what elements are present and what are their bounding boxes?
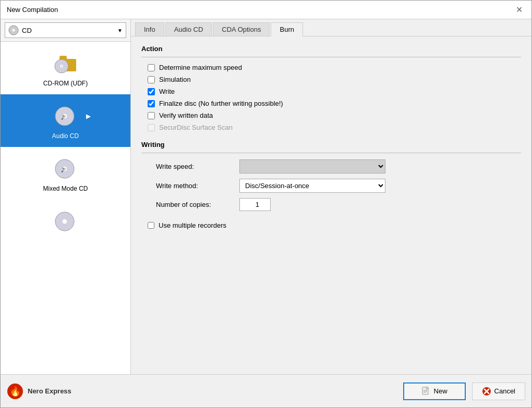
verify-written-data-label: Verify written data (159, 112, 213, 119)
svg-point-16 (62, 219, 67, 224)
title-bar: New Compilation ✕ (1, 1, 531, 19)
app-name: Nero Express (28, 387, 71, 395)
cd-rom-udf-label: CD-ROM (UDF) (43, 80, 88, 87)
multi-recorder-checkbox[interactable] (148, 222, 154, 229)
verify-written-data-checkbox[interactable] (148, 112, 155, 119)
svg-text:♪: ♪ (61, 164, 65, 175)
write-checkbox[interactable] (148, 88, 155, 95)
audio-cd-label: Audio CD (52, 132, 79, 140)
write-speed-select[interactable] (239, 159, 385, 174)
mixed-mode-cd-label: Mixed Mode CD (43, 185, 88, 192)
simulation-checkbox[interactable] (148, 76, 155, 83)
svg-text:🔥: 🔥 (9, 386, 21, 397)
new-button[interactable]: New (403, 382, 466, 400)
cancel-button[interactable]: Cancel (472, 382, 525, 400)
cd-type-dropdown[interactable]: CD ▼ (5, 22, 126, 38)
write-speed-label: Write speed: (156, 163, 239, 170)
audio-cd-icon-container: ♪ ▶ (50, 102, 81, 130)
item4-icon (50, 207, 81, 236)
write-speed-control (239, 159, 385, 174)
dialog-body: CD ▼ (1, 19, 531, 374)
finalize-disc-checkbox[interactable] (148, 100, 155, 107)
tab-info[interactable]: Info (135, 22, 164, 36)
new-compilation-dialog: New Compilation ✕ CD ▼ (0, 0, 532, 408)
action-divider (141, 57, 521, 57)
mixed-mode-cd-icon: ♪ (50, 154, 81, 183)
cd-dropdown-label: CD (22, 27, 32, 34)
multi-recorder-row: Use multiple recorders (141, 221, 521, 229)
cd-rom-udf-icon (50, 49, 81, 78)
determine-max-speed-row: Determine maximum speed (141, 64, 521, 71)
action-section-title: Action (141, 45, 521, 53)
footer-left: 🔥 Nero Express (7, 383, 132, 400)
left-panel: CD ▼ (1, 19, 131, 374)
copies-label: Number of copies: (156, 201, 239, 208)
simulation-label: Simulation (159, 76, 191, 83)
write-row: Write (141, 88, 521, 95)
list-item-4[interactable] (1, 200, 130, 243)
write-method-label: Write method: (156, 182, 239, 190)
writing-section: Writing Write speed: Write method: (141, 141, 521, 229)
tab-burn[interactable]: Burn (271, 22, 303, 36)
copies-control (239, 198, 385, 211)
write-method-control: Disc/Session-at-once Track-at-once Raw (239, 179, 385, 193)
list-item-cd-rom-udf[interactable]: CD-ROM (UDF) (1, 42, 130, 94)
write-method-select[interactable]: Disc/Session-at-once Track-at-once Raw (239, 179, 385, 193)
write-speed-row: Write speed: (141, 159, 521, 174)
svg-rect-20 (426, 387, 428, 389)
securedisc-row: SecurDisc Surface Scan (141, 123, 521, 131)
cancel-button-icon (482, 387, 491, 396)
write-method-row: Write method: Disc/Session-at-once Track… (141, 179, 521, 193)
svg-point-6 (61, 65, 62, 67)
simulation-row: Simulation (141, 76, 521, 83)
copies-row: Number of copies: (141, 198, 521, 211)
copies-input[interactable] (239, 198, 271, 211)
tabs-bar: Info Audio CD CDA Options Burn (131, 19, 531, 36)
compilation-type-list: CD-ROM (UDF) ♪ ▶ (1, 42, 130, 374)
new-button-icon (421, 387, 431, 396)
cancel-button-label: Cancel (494, 387, 515, 395)
determine-max-speed-checkbox[interactable] (148, 64, 155, 71)
svg-point-1 (12, 29, 15, 32)
right-panel: Info Audio CD CDA Options Burn Action De… (131, 19, 531, 374)
finalize-disc-label: Finalize disc (No further writing possib… (159, 100, 283, 107)
nero-express-logo: 🔥 (7, 383, 23, 400)
close-button[interactable]: ✕ (513, 4, 525, 16)
dropdown-arrow-icon: ▼ (117, 28, 123, 33)
cd-dropdown-icon (8, 25, 19, 35)
determine-max-speed-label: Determine maximum speed (159, 64, 242, 71)
write-label: Write (159, 88, 175, 95)
dialog-title: New Compilation (7, 6, 58, 14)
selected-arrow-icon: ▶ (86, 113, 91, 120)
tab-audio-cd[interactable]: Audio CD (165, 22, 212, 36)
multi-recorder-label: Use multiple recorders (159, 221, 226, 229)
footer-right: New Cancel (403, 382, 525, 400)
verify-written-data-row: Verify written data (141, 112, 521, 119)
burn-tab-content: Action Determine maximum speed Simulatio… (131, 36, 531, 374)
list-item-audio-cd[interactable]: ♪ ▶ Audio CD (1, 94, 130, 147)
writing-section-title: Writing (141, 141, 521, 149)
writing-divider (141, 153, 521, 153)
new-button-label: New (434, 387, 448, 395)
dialog-footer: 🔥 Nero Express New (1, 374, 531, 407)
cd-type-header: CD ▼ (1, 19, 130, 42)
tab-cda-options[interactable]: CDA Options (213, 22, 270, 36)
list-item-mixed-mode-cd[interactable]: ♪ Mixed Mode CD (1, 147, 130, 200)
securedisc-label: SecurDisc Surface Scan (159, 123, 233, 131)
action-section: Action Determine maximum speed Simulatio… (141, 45, 521, 131)
securedisc-checkbox[interactable] (148, 124, 155, 131)
finalize-disc-row: Finalize disc (No further writing possib… (141, 100, 521, 107)
svg-text:♪: ♪ (61, 112, 65, 122)
